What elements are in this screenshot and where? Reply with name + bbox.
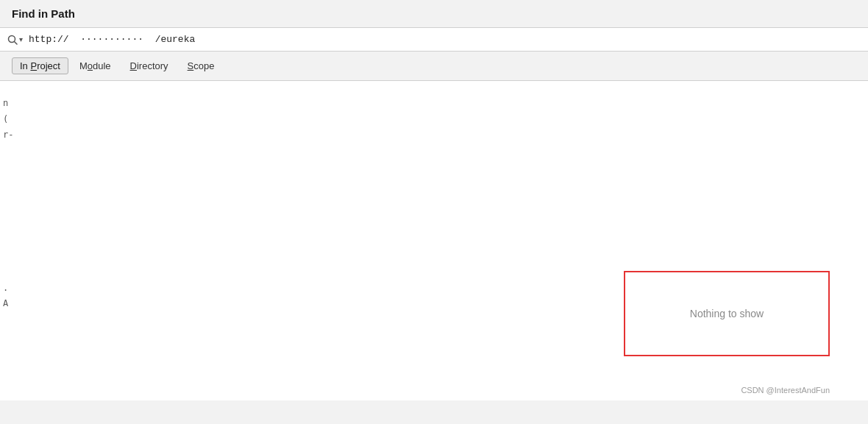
- search-input[interactable]: [29, 34, 861, 45]
- tabs-row: In Project Module Directory Scope: [0, 52, 868, 81]
- search-icon[interactable]: [7, 35, 23, 45]
- nothing-to-show-box: Nothing to show: [624, 271, 830, 356]
- watermark: CSDN @InterestAndFun: [741, 386, 830, 395]
- left-sidebar-chars: n ( r-: [3, 96, 13, 144]
- nothing-to-show-label: Nothing to show: [690, 308, 764, 319]
- left-sidebar-chars-bottom: . A: [3, 280, 8, 312]
- main-content: n ( r- . A Nothing to show CSDN @Interes…: [0, 81, 868, 400]
- tab-in-project[interactable]: In Project: [12, 57, 68, 74]
- page-title: Find in Path: [12, 7, 75, 20]
- tab-module[interactable]: Module: [71, 57, 119, 74]
- tab-directory[interactable]: Directory: [122, 57, 177, 74]
- search-bar: [0, 28, 868, 52]
- svg-line-1: [15, 41, 18, 44]
- title-bar: Find in Path: [0, 0, 868, 28]
- tab-scope[interactable]: Scope: [179, 57, 223, 74]
